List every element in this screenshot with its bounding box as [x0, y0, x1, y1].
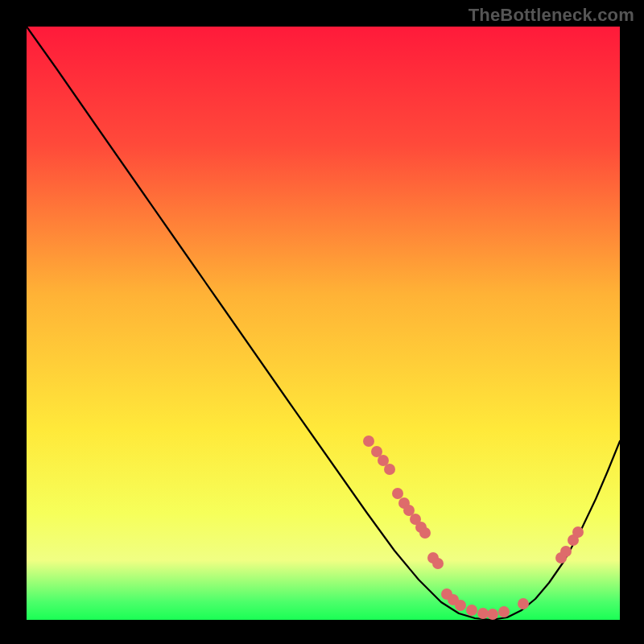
data-dot [455, 600, 466, 611]
data-dot [572, 526, 584, 538]
chart-canvas [0, 0, 644, 644]
data-dot [518, 598, 529, 609]
data-dot [384, 464, 395, 475]
data-dot [498, 606, 510, 617]
watermark-text: TheBottleneck.com [469, 5, 634, 26]
data-dot [432, 558, 444, 569]
data-dot [392, 488, 403, 499]
data-dot [560, 546, 572, 557]
data-dot [487, 609, 498, 620]
data-dot [363, 436, 374, 447]
data-dot [477, 608, 489, 619]
data-dot [466, 605, 477, 616]
data-dot [419, 527, 431, 539]
chart-background [27, 27, 620, 620]
